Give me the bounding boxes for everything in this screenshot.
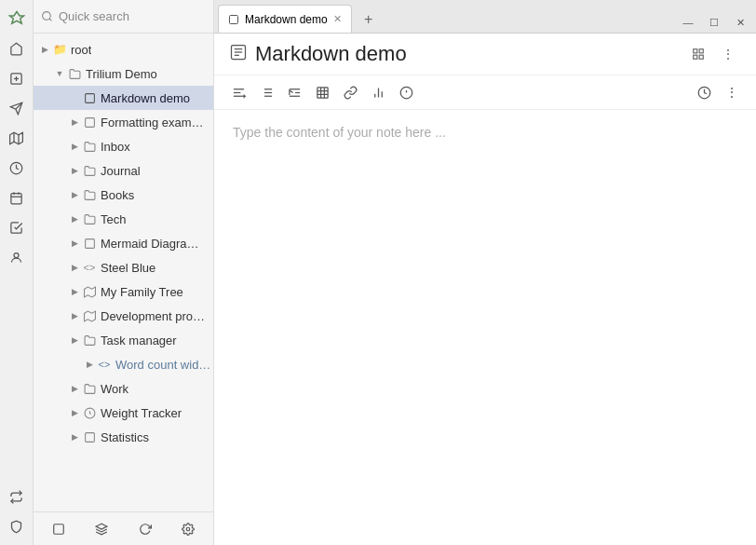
arrow-icon: ▶ bbox=[67, 429, 82, 444]
tab-label: Markdown demo bbox=[245, 13, 328, 26]
arrow-icon: ▶ bbox=[67, 260, 82, 275]
tree-item-label: Mermaid Diagra… bbox=[101, 237, 198, 251]
maximize-button[interactable]: ☐ bbox=[704, 12, 724, 33]
tree-item-journal[interactable]: ▶ Journal bbox=[34, 158, 213, 183]
search-bar[interactable]: Quick search bbox=[34, 0, 213, 34]
home-icon[interactable] bbox=[4, 35, 30, 61]
tab-markdown-demo[interactable]: Markdown demo ✕ bbox=[218, 5, 352, 33]
tab-controls: — ☐ ✕ bbox=[672, 12, 756, 33]
tree-item-word-count[interactable]: ▶ <> Word count widg… bbox=[34, 352, 213, 376]
note-type-icon bbox=[229, 43, 248, 66]
kebab-toolbar-icon[interactable]: ⋮ bbox=[719, 79, 745, 105]
tree-item-family-tree[interactable]: ▶ My Family Tree bbox=[34, 279, 213, 304]
tree-item-task-manager[interactable]: ▶ Task manager bbox=[34, 328, 213, 352]
refresh-icon[interactable] bbox=[132, 516, 158, 542]
note-header: Markdown demo ⋮ bbox=[214, 34, 756, 75]
tree-item-label: root bbox=[71, 43, 91, 57]
tree-item-inbox[interactable]: ▶ Inbox bbox=[34, 134, 213, 158]
minimize-button[interactable]: — bbox=[678, 12, 698, 33]
arrow-icon: ▶ bbox=[67, 139, 82, 154]
folder-icon bbox=[82, 381, 97, 396]
format-toolbar-icon[interactable] bbox=[225, 79, 251, 105]
tree-item-mermaid[interactable]: ▶ Mermaid Diagra… bbox=[34, 231, 213, 255]
send-icon[interactable] bbox=[4, 95, 30, 121]
history-toolbar-icon[interactable] bbox=[691, 79, 717, 105]
code-icon: <> bbox=[82, 260, 97, 275]
svg-rect-22 bbox=[85, 432, 94, 442]
arrow-icon: ▶ bbox=[67, 284, 82, 299]
svg-rect-17 bbox=[85, 117, 94, 127]
svg-rect-33 bbox=[694, 55, 697, 59]
tree-item-markdown-demo[interactable]: ▶ Markdown demo bbox=[34, 86, 213, 110]
tree-item-label: Formatting exam… bbox=[101, 116, 204, 129]
arrow-icon: ▶ bbox=[67, 308, 82, 323]
shield-icon[interactable] bbox=[4, 513, 30, 539]
tree-item-label: Inbox bbox=[101, 140, 130, 154]
arrow-icon: ▶ bbox=[67, 333, 82, 347]
new-note-icon[interactable] bbox=[4, 65, 30, 91]
svg-rect-18 bbox=[85, 238, 94, 248]
arrow-icon: ▶ bbox=[67, 115, 82, 129]
tree-container: ▶ 📁 root ▼ Trilium Demo ▶ Markdown demo … bbox=[34, 34, 213, 511]
note-bottom-icon[interactable] bbox=[46, 516, 72, 542]
history-icon[interactable] bbox=[4, 155, 30, 181]
indent-toolbar-icon[interactable] bbox=[281, 79, 307, 105]
tree-item-weight-tracker[interactable]: ▶ Weight Tracker bbox=[34, 401, 213, 425]
export-icon[interactable] bbox=[4, 484, 30, 510]
tree-item-label: Markdown demo bbox=[101, 91, 190, 105]
chart-toolbar-icon[interactable] bbox=[365, 79, 391, 105]
close-button[interactable]: ✕ bbox=[730, 12, 750, 33]
table-toolbar-icon[interactable] bbox=[309, 79, 335, 105]
tree-item-formatting[interactable]: ▶ Formatting exam… bbox=[34, 110, 213, 134]
arrow-icon: ▶ bbox=[82, 357, 97, 372]
calendar-icon[interactable] bbox=[4, 184, 30, 211]
layers-icon[interactable] bbox=[88, 516, 115, 542]
tree-item-trilium-demo[interactable]: ▼ Trilium Demo bbox=[34, 61, 213, 86]
task-icon[interactable] bbox=[4, 214, 30, 240]
tab-note-icon bbox=[228, 14, 239, 25]
tree-item-label: Journal bbox=[101, 164, 141, 178]
map-icon[interactable] bbox=[4, 125, 30, 151]
tab-bar: Markdown demo ✕ + — ☐ ✕ bbox=[214, 0, 756, 34]
svg-rect-16 bbox=[85, 93, 94, 102]
arrow-icon: ▶ bbox=[67, 211, 82, 226]
note-title[interactable]: Markdown demo bbox=[255, 42, 678, 66]
tree-item-books[interactable]: ▶ Books bbox=[34, 183, 213, 207]
folder-icon: 📁 bbox=[52, 42, 67, 57]
folder-icon bbox=[82, 187, 97, 202]
list-toolbar-icon[interactable] bbox=[253, 79, 279, 105]
note-content-area[interactable]: Type the content of your note here ... bbox=[214, 110, 756, 545]
svg-marker-20 bbox=[84, 311, 95, 321]
link-toolbar-icon[interactable] bbox=[337, 79, 363, 105]
info-toolbar-icon[interactable] bbox=[393, 79, 419, 105]
tree-item-steel-blue[interactable]: ▶ <> Steel Blue bbox=[34, 255, 213, 279]
tree-item-work[interactable]: ▶ Work bbox=[34, 376, 213, 401]
more-icon[interactable]: ⋮ bbox=[715, 41, 741, 67]
svg-rect-32 bbox=[699, 49, 703, 53]
note-icon bbox=[82, 236, 97, 251]
share-icon[interactable] bbox=[685, 41, 711, 67]
svg-rect-9 bbox=[11, 193, 21, 203]
svg-marker-19 bbox=[84, 287, 95, 297]
logo-icon[interactable] bbox=[4, 6, 30, 32]
tree-item-development[interactable]: ▶ Development pro… bbox=[34, 304, 213, 328]
map-icon bbox=[82, 308, 97, 323]
profile-icon[interactable] bbox=[4, 244, 30, 270]
arrow-icon: ▼ bbox=[52, 66, 67, 81]
tree-item-label: Steel Blue bbox=[101, 261, 155, 275]
svg-rect-49 bbox=[317, 87, 327, 97]
add-tab-button[interactable]: + bbox=[356, 7, 382, 33]
tree-item-label: Tech bbox=[101, 212, 126, 226]
tree-item-root[interactable]: ▶ 📁 root bbox=[34, 37, 213, 61]
tab-close-button[interactable]: ✕ bbox=[333, 13, 342, 25]
tree-item-label: Weight Tracker bbox=[101, 406, 182, 420]
tree-item-statistics[interactable]: ▶ Statistics bbox=[34, 425, 213, 449]
note-icon bbox=[82, 90, 97, 105]
tracker-icon bbox=[82, 405, 97, 420]
note-placeholder: Type the content of your note here ... bbox=[233, 125, 446, 140]
settings-icon[interactable] bbox=[175, 516, 201, 542]
arrow-icon: ▶ bbox=[37, 42, 52, 57]
arrow-icon: ▶ bbox=[67, 163, 82, 178]
note-icon bbox=[82, 115, 97, 129]
tree-item-tech[interactable]: ▶ Tech bbox=[34, 207, 213, 231]
